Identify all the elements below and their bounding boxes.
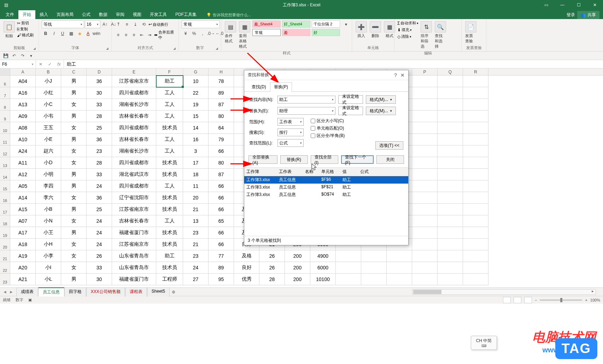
cell[interactable] [361,274,387,285]
cell[interactable] [412,204,438,215]
cell[interactable] [387,250,412,262]
col-header[interactable]: P [412,68,438,75]
align-top-icon[interactable]: ⤒ [115,20,122,28]
cell[interactable]: 李六 [36,192,61,204]
cell[interactable] [438,134,463,145]
cell[interactable] [361,262,387,274]
cell[interactable]: 山东省青岛市 [112,262,156,274]
cell[interactable] [361,250,387,262]
bold-button[interactable]: B [42,30,49,37]
cell[interactable] [438,99,463,111]
cell[interactable]: 小N [36,215,61,227]
cell[interactable]: 技术员 [156,169,183,180]
sheet-tab[interactable]: 田字格 [64,287,86,297]
cell[interactable]: 16 [183,134,209,145]
cell[interactable]: 吉林省长春市 [112,134,156,145]
cell[interactable]: 良好 [234,262,259,274]
cell[interactable]: 小I [36,262,61,274]
cell[interactable]: 30 [87,274,112,285]
style-good-short[interactable]: 好 [312,29,340,36]
sheet-tab[interactable]: XXX公司销售额 [86,287,125,297]
view-normal-icon[interactable] [503,297,511,303]
font-color-button[interactable]: A [84,30,92,37]
view-layout-icon[interactable] [514,297,521,303]
cell[interactable]: 20 [183,192,209,204]
cell[interactable]: 小明 [36,169,61,180]
cell[interactable]: A12 [10,169,36,180]
cell[interactable]: 小C [36,99,61,111]
row-header[interactable]: 11 [0,134,10,145]
login-link[interactable]: 登录 [567,12,575,18]
tab-dev[interactable]: 开发工具 [146,10,171,19]
format-painter-button[interactable]: 🖌格式刷 [17,32,34,38]
qat-customize-icon[interactable]: ▾ [28,52,35,59]
cell[interactable]: 24 [183,262,209,274]
zoom-slider[interactable] [540,299,582,301]
cell[interactable]: 78 [209,76,234,87]
cell[interactable] [463,99,488,111]
cell[interactable] [438,157,463,169]
select-all-corner[interactable] [0,68,10,75]
cell[interactable]: 89 [209,87,234,99]
find-what-input[interactable]: 助工▾ [277,96,335,103]
cell[interactable]: A19 [10,250,36,262]
match-case-checkbox[interactable] [311,119,315,123]
ribbon-options-icon[interactable]: ▭ [538,0,554,10]
cell[interactable]: 66 [209,239,234,250]
cell[interactable]: 17 [183,157,209,169]
formula-input[interactable]: 助工 [64,61,603,67]
cell[interactable]: 湖南省长沙市 [112,145,156,157]
cell[interactable] [412,76,438,87]
cell[interactable] [463,76,488,87]
tab-view[interactable]: 视图 [129,10,146,19]
cell[interactable] [412,215,438,227]
cell[interactable]: 24 [87,227,112,239]
cell[interactable] [463,262,488,274]
cell[interactable] [412,192,438,204]
cell[interactable]: 工人 [156,99,183,111]
cell[interactable]: 66 [209,192,234,204]
cell[interactable]: 87 [209,169,234,180]
cell[interactable]: 95 [209,274,234,285]
row-header[interactable]: 8 [0,99,10,111]
cell[interactable]: A18 [10,239,36,250]
style-normal-input[interactable] [252,29,281,36]
zoom-level[interactable]: 100% [590,298,600,302]
cell[interactable]: 四川省成都市 [112,157,156,169]
comma-icon[interactable]: , [199,30,206,37]
cell[interactable]: 吉林省长春市 [112,215,156,227]
replace-all-button[interactable]: 全部替换(A) [248,155,277,164]
cell[interactable]: 23 [183,227,209,239]
cell[interactable]: 小韦 [36,111,61,122]
style-good[interactable]: 好_Sheet4 [282,20,310,28]
cell[interactable]: 女 [61,262,87,274]
cell[interactable]: 辽宁省沈阳市 [112,192,156,204]
cell[interactable]: 24 [87,180,112,192]
cell[interactable]: A16 [10,87,36,99]
cell[interactable]: 14 [183,122,209,134]
cell[interactable]: 13 [183,215,209,227]
cell[interactable]: A15 [10,204,36,215]
font-name-combo[interactable]: 等线▾ [42,20,84,28]
cell[interactable] [412,134,438,145]
cell[interactable]: 33 [87,262,112,274]
options-button[interactable]: 选项(T) << [375,141,403,150]
cell[interactable]: 四川省成都市 [112,122,156,134]
cell[interactable]: 男 [61,134,87,145]
cell[interactable]: 小D [36,157,61,169]
tab-formula[interactable]: 公式 [78,10,95,19]
row-header[interactable]: 6 [0,76,10,87]
row-header[interactable]: 15 [0,180,10,192]
currency-icon[interactable]: ¥ [182,30,189,37]
cell[interactable]: 四川省成都市 [112,180,156,192]
cell[interactable] [463,192,488,204]
cell[interactable] [463,215,488,227]
increase-decimal-icon[interactable]: .0→ [207,30,215,37]
cell[interactable]: 87 [209,99,234,111]
cell[interactable]: A17 [10,227,36,239]
cell[interactable]: 技术员 [156,262,183,274]
result-row[interactable]: 工作簿3.xlsx员工信息$O$74助工 [244,191,408,198]
cell[interactable]: 36 [87,76,112,87]
delete-cells-button[interactable]: ➖删除 [369,20,382,39]
dialog-close-icon[interactable]: ✕ [400,72,405,78]
